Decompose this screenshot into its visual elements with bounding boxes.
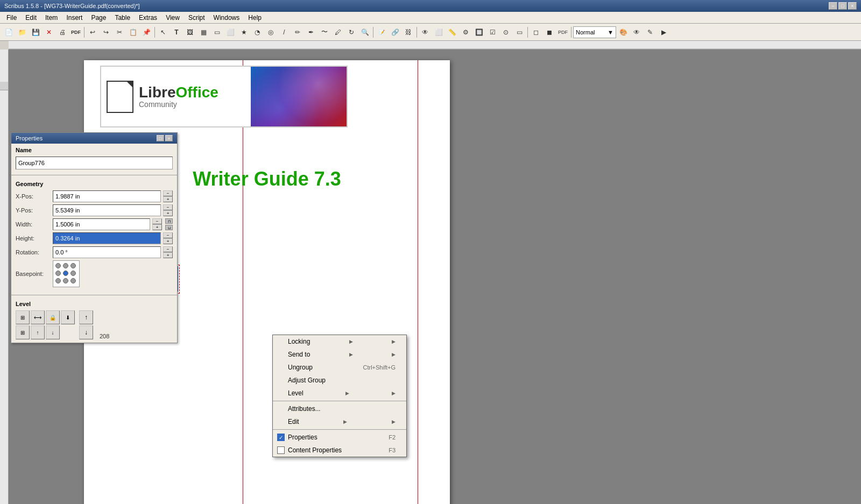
tb-freehand[interactable]: 〜 bbox=[318, 26, 331, 39]
tb-props[interactable]: ⚙ bbox=[459, 26, 472, 39]
panel-ypos-inc[interactable]: + bbox=[163, 210, 173, 216]
tb-pdf[interactable]: PDF bbox=[69, 26, 82, 39]
tb-check[interactable]: ☑ bbox=[486, 26, 499, 39]
menu-item[interactable]: Item bbox=[41, 13, 62, 23]
tb-table[interactable]: ▦ bbox=[197, 26, 210, 39]
tb-spiral[interactable]: ◎ bbox=[264, 26, 277, 39]
panel-width-inc[interactable]: + bbox=[152, 224, 162, 230]
ctx-ungroup[interactable]: Ungroup Ctrl+Shift+G bbox=[273, 361, 406, 374]
lock-icon-bottom[interactable]: ⊔ bbox=[165, 225, 173, 230]
bp-tl[interactable] bbox=[55, 263, 61, 268]
menu-view[interactable]: View bbox=[161, 13, 184, 23]
tb-pencil[interactable]: ✏ bbox=[291, 26, 304, 39]
maximize-button[interactable]: □ bbox=[838, 2, 847, 10]
tb-preview[interactable]: ⬜ bbox=[432, 26, 445, 39]
menu-extras[interactable]: Extras bbox=[135, 13, 161, 23]
bp-mr[interactable] bbox=[70, 271, 76, 276]
panel-ypos-input[interactable] bbox=[53, 204, 161, 216]
tb-frame2[interactable]: ◼ bbox=[543, 26, 556, 39]
basepoint-widget[interactable] bbox=[53, 260, 80, 287]
menu-page[interactable]: Page bbox=[87, 13, 110, 23]
tb-line[interactable]: / bbox=[278, 26, 291, 39]
panel-ypos-dec[interactable]: − bbox=[163, 204, 173, 210]
panel-name-input[interactable] bbox=[16, 157, 173, 169]
style-dropdown[interactable]: Normal ▼ bbox=[573, 26, 616, 38]
ctx-level[interactable]: Level ▶ bbox=[273, 387, 406, 400]
ctx-content-properties[interactable]: Content Properties F3 bbox=[273, 444, 406, 457]
menu-file[interactable]: File bbox=[2, 13, 21, 23]
bp-tc[interactable] bbox=[63, 263, 68, 268]
tb-preview2[interactable]: 👁 bbox=[630, 26, 643, 39]
menu-script[interactable]: Script bbox=[184, 13, 209, 23]
tb-rotate[interactable]: ↻ bbox=[345, 26, 358, 39]
panel-height-dec[interactable]: − bbox=[163, 232, 173, 238]
menu-windows[interactable]: Windows bbox=[209, 13, 244, 23]
level-up-btn[interactable]: ↑ bbox=[79, 310, 93, 324]
ctx-locking[interactable]: Locking ▶ bbox=[273, 335, 406, 348]
panel-rotation-dec[interactable]: − bbox=[163, 246, 173, 252]
level-lock[interactable]: 🔒 bbox=[46, 310, 60, 324]
tb-eye[interactable]: 👁 bbox=[419, 26, 432, 39]
panel-xpos-dec[interactable]: − bbox=[163, 190, 173, 196]
tb-edit2[interactable]: ✎ bbox=[644, 26, 657, 39]
tb-text[interactable]: T bbox=[170, 26, 183, 39]
tb-close[interactable]: ✕ bbox=[43, 26, 55, 39]
panel-restore-btn[interactable]: □ bbox=[157, 135, 164, 141]
tb-story[interactable]: 📝 bbox=[375, 26, 388, 39]
level-grid1[interactable]: ⊞ bbox=[16, 310, 30, 324]
menu-table[interactable]: Table bbox=[110, 13, 135, 23]
tb-paste[interactable]: 📌 bbox=[140, 26, 153, 39]
tb-link[interactable]: 🔗 bbox=[389, 26, 401, 39]
ctx-properties[interactable]: ✓ Properties F2 bbox=[273, 431, 406, 444]
panel-height-inc[interactable]: + bbox=[163, 238, 173, 244]
tb-unlink[interactable]: ⛓ bbox=[402, 26, 415, 39]
tb-color1[interactable]: 🎨 bbox=[617, 26, 630, 39]
panel-height-input[interactable] bbox=[53, 232, 161, 244]
tb-save[interactable]: 💾 bbox=[29, 26, 42, 39]
level-grid2[interactable]: ⊞ bbox=[16, 325, 30, 339]
tb-shape[interactable]: ⬜ bbox=[224, 26, 237, 39]
ctx-send-to[interactable]: Send to ▶ bbox=[273, 348, 406, 361]
level-move-right[interactable]: ⟷ bbox=[31, 310, 45, 324]
level-up-one[interactable]: ↑ bbox=[31, 325, 45, 339]
ctx-adjust-group[interactable]: Adjust Group bbox=[273, 374, 406, 387]
bp-mc[interactable] bbox=[63, 271, 68, 276]
tb-snap[interactable]: 🔲 bbox=[472, 26, 485, 39]
tb-redo[interactable]: ↪ bbox=[100, 26, 112, 39]
level-down-btn[interactable]: ↓ bbox=[79, 325, 93, 339]
bp-ml[interactable] bbox=[55, 271, 61, 276]
ctx-edit[interactable]: Edit ▶ bbox=[273, 415, 406, 428]
tb-textframe[interactable]: ▭ bbox=[210, 26, 223, 39]
panel-width-dec[interactable]: − bbox=[152, 218, 162, 224]
tb-measure[interactable]: 📏 bbox=[446, 26, 458, 39]
bp-br[interactable] bbox=[70, 278, 76, 283]
tb-calligraph[interactable]: 🖊 bbox=[331, 26, 344, 39]
panel-xpos-inc[interactable]: + bbox=[163, 196, 173, 202]
tb-open[interactable]: 📁 bbox=[16, 26, 29, 39]
tb-bezier[interactable]: ✒ bbox=[305, 26, 317, 39]
tb-annot[interactable]: ⊙ bbox=[499, 26, 512, 39]
tb-print[interactable]: 🖨 bbox=[56, 26, 69, 39]
tb-copy[interactable]: 📋 bbox=[126, 26, 139, 39]
lock-icon-top[interactable]: ⊓ bbox=[165, 218, 173, 224]
close-button[interactable]: × bbox=[848, 2, 857, 10]
tb-new[interactable]: 📄 bbox=[2, 26, 15, 39]
menu-help[interactable]: Help bbox=[244, 13, 266, 23]
level-lower[interactable]: ⬇ bbox=[61, 310, 75, 324]
panel-width-input[interactable] bbox=[53, 218, 150, 230]
tb-image[interactable]: 🖼 bbox=[184, 26, 196, 39]
tb-more[interactable]: ▶ bbox=[657, 26, 670, 39]
panel-rotation-input[interactable] bbox=[53, 246, 161, 258]
menu-edit[interactable]: Edit bbox=[21, 13, 41, 23]
tb-cut[interactable]: ✂ bbox=[113, 26, 126, 39]
tb-select[interactable]: ↖ bbox=[157, 26, 170, 39]
minimize-button[interactable]: − bbox=[829, 2, 837, 10]
bp-bc[interactable] bbox=[63, 278, 68, 283]
panel-rotation-inc[interactable]: + bbox=[163, 252, 173, 258]
tb-undo[interactable]: ↩ bbox=[86, 26, 99, 39]
tb-frame1[interactable]: ◻ bbox=[530, 26, 542, 39]
tb-arc[interactable]: ◔ bbox=[251, 26, 264, 39]
tb-pdf2[interactable]: PDF bbox=[556, 26, 569, 39]
tb-textfield[interactable]: ▭ bbox=[513, 26, 526, 39]
ctx-attributes[interactable]: Attributes... bbox=[273, 402, 406, 415]
